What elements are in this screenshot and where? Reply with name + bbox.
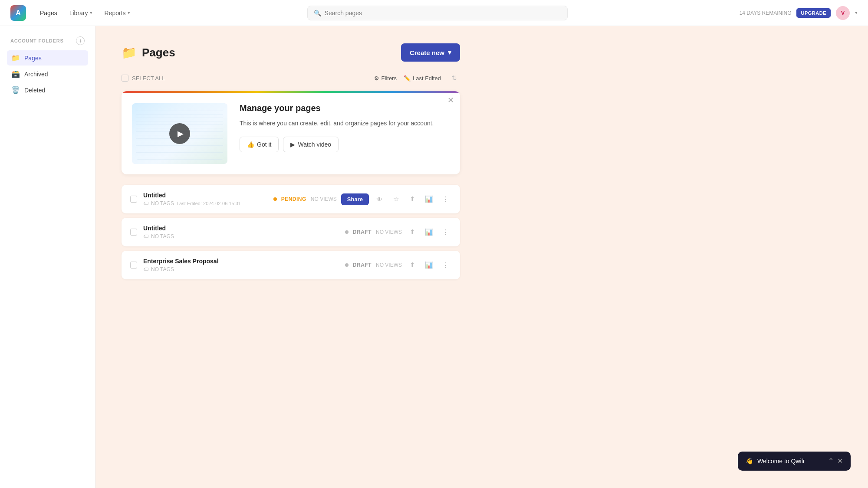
toolbar-right: ⚙ Filters ✏️ Last Edited ⇅: [374, 72, 460, 84]
watch-video-button[interactable]: ▶ Watch video: [283, 137, 339, 152]
search-input[interactable]: [325, 10, 561, 16]
toast-emoji: 👋: [746, 458, 753, 465]
last-edited-button[interactable]: ✏️ Last Edited: [404, 75, 441, 82]
trial-badge: 14 DAYS REMAINING: [740, 10, 792, 16]
welcome-toast: 👋 Welcome to Qwilr ⌃ ✕: [738, 452, 851, 471]
eye-icon-1[interactable]: 👁: [373, 193, 385, 205]
play-button[interactable]: ▶: [169, 123, 190, 144]
status-dot-3: [345, 263, 349, 267]
play-circle-icon: ▶: [290, 141, 295, 148]
upload-icon-3[interactable]: ⬆: [406, 259, 418, 271]
analytics-icon-3[interactable]: 📊: [423, 259, 435, 271]
sidebar-item-archived[interactable]: 🗃️ Archived: [7, 66, 88, 82]
toast-controls: ⌃ ✕: [828, 458, 843, 465]
views-2: NO VIEWS: [376, 229, 402, 235]
sidebar-item-pages[interactable]: 📁 Pages: [7, 50, 88, 66]
filter-icon: ⚙: [374, 75, 379, 82]
status-label-3: DRAFT: [353, 262, 372, 268]
more-icon-3[interactable]: ⋮: [439, 259, 451, 271]
upgrade-button[interactable]: UPGRADE: [796, 8, 831, 18]
tag-icon-3: 🏷: [143, 266, 148, 272]
sidebar-section-header: ACCOUNT FOLDERS +: [7, 36, 88, 45]
sort-icon[interactable]: ⇅: [448, 72, 460, 84]
page-title-wrap: 📁 Pages: [122, 46, 175, 60]
page-name-2: Untitled: [143, 225, 339, 232]
app-logo[interactable]: A: [10, 5, 26, 21]
views-3: NO VIEWS: [376, 262, 402, 268]
nav-pages[interactable]: Pages: [35, 7, 62, 19]
sidebar: ACCOUNT FOLDERS + 📁 Pages 🗃️ Archived 🗑️…: [0, 26, 95, 488]
nav-links: Pages Library ▾ Reports ▾: [35, 7, 135, 19]
star-icon-1[interactable]: ☆: [390, 193, 402, 205]
row-checkbox-3[interactable]: [130, 262, 137, 269]
pencil-icon: ✏️: [404, 75, 411, 82]
status-dot-2: [345, 230, 349, 234]
nav-library[interactable]: Library ▾: [64, 7, 98, 19]
main-content: 📁 Pages Create new ▾ SELECT ALL ⚙ Filter…: [95, 26, 486, 488]
top-navigation: A Pages Library ▾ Reports ▾ 🔍 14 DAYS RE…: [0, 0, 868, 26]
close-onboarding-button[interactable]: ✕: [447, 96, 454, 104]
play-icon: ▶: [178, 129, 184, 138]
page-title: Pages: [142, 46, 175, 59]
status-label-1: PENDING: [281, 196, 306, 202]
views-1: NO VIEWS: [311, 196, 337, 202]
select-all-checkbox[interactable]: [122, 75, 128, 82]
status-label-2: DRAFT: [353, 229, 372, 235]
status-dot-1: [273, 197, 277, 201]
onboarding-card: ▶ Manage your pages This is where you ca…: [122, 91, 460, 174]
search-icon: 🔍: [314, 10, 321, 16]
upload-icon-2[interactable]: ⬆: [406, 226, 418, 238]
add-folder-button[interactable]: +: [76, 36, 85, 45]
pages-folder-icon: 📁: [11, 54, 20, 62]
tag-icon-1: 🏷: [143, 200, 148, 206]
page-item-info-2: Untitled 🏷 NO TAGS: [143, 225, 339, 239]
table-row: Enterprise Sales Proposal 🏷 NO TAGS DRAF…: [122, 251, 460, 279]
select-all-label: SELECT ALL: [132, 75, 165, 82]
onboarding-inner: ▶ Manage your pages This is where you ca…: [122, 93, 460, 174]
search-area: 🔍: [135, 6, 740, 20]
nav-right: 14 DAYS REMAINING UPGRADE V ▾: [740, 6, 858, 20]
page-item-info-3: Enterprise Sales Proposal 🏷 NO TAGS: [143, 258, 339, 272]
table-row: Untitled 🏷 NO TAGS DRAFT NO VIEWS ⬆ 📊 ⋮: [122, 218, 460, 246]
got-it-button[interactable]: 👍 Got it: [240, 137, 279, 152]
avatar[interactable]: V: [836, 6, 850, 20]
page-item-right-3: DRAFT NO VIEWS ⬆ 📊 ⋮: [345, 259, 451, 271]
create-new-button[interactable]: Create new ▾: [401, 43, 460, 62]
thumbs-up-icon: 👍: [247, 141, 254, 148]
toast-close-button[interactable]: ✕: [837, 458, 843, 465]
search-box: 🔍: [307, 6, 568, 20]
archived-icon: 🗃️: [11, 70, 20, 78]
analytics-icon-1[interactable]: 📊: [423, 193, 435, 205]
page-meta-1: 🏷 NO TAGS Last Edited: 2024-02-06 15:31: [143, 200, 267, 206]
onboarding-video-thumbnail[interactable]: ▶: [132, 103, 227, 164]
deleted-icon: 🗑️: [11, 86, 20, 94]
sidebar-item-deleted[interactable]: 🗑️ Deleted: [7, 82, 88, 98]
page-meta-2: 🏷 NO TAGS: [143, 233, 339, 239]
upload-icon-1[interactable]: ⬆: [406, 193, 418, 205]
library-chevron-icon: ▾: [90, 10, 92, 16]
main-layout: ACCOUNT FOLDERS + 📁 Pages 🗃️ Archived 🗑️…: [0, 26, 868, 488]
onboarding-title: Manage your pages: [240, 103, 450, 113]
row-checkbox-1[interactable]: [130, 196, 137, 203]
more-icon-1[interactable]: ⋮: [439, 193, 451, 205]
more-icon-2[interactable]: ⋮: [439, 226, 451, 238]
toast-chevron-icon[interactable]: ⌃: [828, 458, 834, 465]
analytics-icon-2[interactable]: 📊: [423, 226, 435, 238]
tag-icon-2: 🏷: [143, 233, 148, 239]
onboarding-description: This is where you can create, edit, and …: [240, 118, 450, 128]
create-new-chevron-icon: ▾: [448, 49, 451, 56]
page-item-info-1: Untitled 🏷 NO TAGS Last Edited: 2024-02-…: [143, 192, 267, 206]
page-name-1: Untitled: [143, 192, 267, 199]
row-checkbox-2[interactable]: [130, 229, 137, 236]
reports-chevron-icon: ▾: [128, 10, 130, 16]
share-button-1[interactable]: Share: [341, 193, 369, 205]
toast-text: Welcome to Qwilr: [757, 458, 805, 465]
table-row: Untitled 🏷 NO TAGS Last Edited: 2024-02-…: [122, 185, 460, 213]
filters-button[interactable]: ⚙ Filters: [374, 75, 397, 82]
page-meta-3: 🏷 NO TAGS: [143, 266, 339, 272]
select-all-wrap: SELECT ALL: [122, 75, 165, 82]
avatar-chevron-icon[interactable]: ▾: [855, 10, 858, 16]
page-list: Untitled 🏷 NO TAGS Last Edited: 2024-02-…: [122, 185, 460, 279]
page-name-3: Enterprise Sales Proposal: [143, 258, 339, 265]
nav-reports[interactable]: Reports ▾: [99, 7, 135, 19]
